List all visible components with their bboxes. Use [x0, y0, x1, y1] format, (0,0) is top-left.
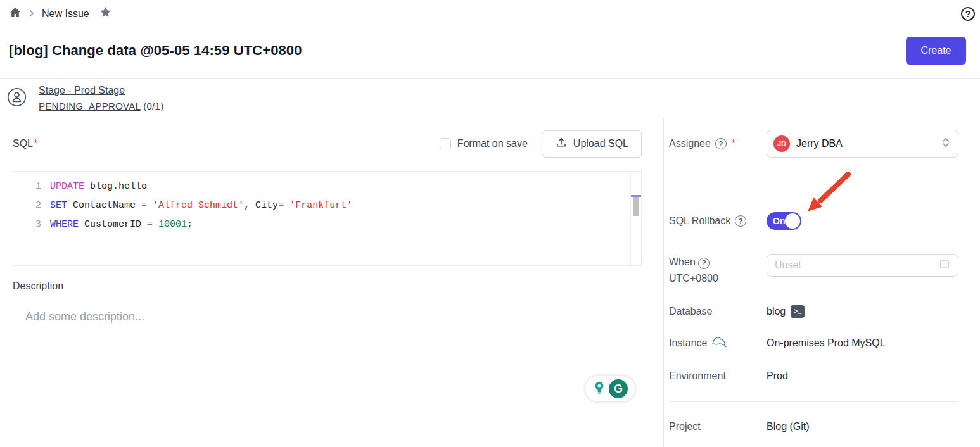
sidebar-divider — [669, 189, 958, 189]
sql-label: SQL — [13, 138, 33, 149]
code-token: , City — [244, 200, 278, 211]
create-button[interactable]: Create — [906, 37, 966, 65]
assignee-required-mark: * — [732, 138, 735, 149]
format-on-save-label: Format on save — [457, 138, 528, 149]
code-token: = — [278, 200, 284, 211]
mysql-dolphin-icon — [711, 336, 728, 351]
breadcrumb: New Issue — [9, 6, 112, 22]
sql-header-row: SQL* Format on save Upload SQL — [13, 130, 642, 158]
code-token: ContactName — [67, 200, 141, 211]
title-bar: [blog] Change data @05-05 14:59 UTC+0800… — [0, 23, 980, 79]
chevron-up-down-icon — [941, 136, 950, 151]
assignee-select[interactable]: JD Jerry DBA — [767, 130, 958, 158]
stage-link[interactable]: Stage - Prod Stage — [39, 85, 125, 96]
main-column: SQL* Format on save Upload SQL — [0, 118, 664, 447]
sidebar-divider — [669, 401, 958, 402]
lightbulb-icon[interactable] — [592, 381, 606, 397]
content: SQL* Format on save Upload SQL — [0, 118, 980, 447]
sidebar: Assignee ? * JD Jerry DBA SQ — [664, 118, 980, 447]
upload-sql-button[interactable]: Upload SQL — [542, 130, 642, 158]
description-input[interactable]: Add some description... — [25, 310, 642, 324]
sql-editor[interactable]: 1UPDATE blog.hello2SET ContactName = 'Al… — [13, 171, 642, 266]
code-token: UPDATE — [50, 181, 84, 192]
instance-label: Instance — [669, 337, 707, 349]
assignee-help-icon[interactable]: ? — [715, 138, 727, 149]
assignee-avatar-icon — [7, 87, 27, 110]
home-icon[interactable] — [9, 6, 22, 22]
code-token: = — [141, 200, 147, 211]
topbar: New Issue ? — [0, 0, 980, 23]
upload-sql-label: Upload SQL — [573, 138, 628, 149]
code-token: SET — [50, 200, 67, 211]
toggle-on-label: On — [773, 216, 785, 226]
new-issue-page: New Issue ? [blog] Change data @05-05 14… — [0, 0, 980, 447]
code-token: ; — [187, 219, 193, 230]
environment-row: Environment Prod — [669, 370, 958, 382]
code-token: CustomerID — [79, 219, 147, 230]
line-number: 1 — [13, 181, 50, 192]
code-token — [147, 200, 153, 211]
database-row: Database blog >_ — [669, 305, 958, 318]
editor-scrollbar-thumb[interactable] — [633, 197, 639, 216]
code-token: 10001 — [158, 219, 187, 230]
project-row: Project Blog (Git) — [669, 421, 958, 432]
stage-strip: Stage - Prod Stage PENDING_APPROVAL (0/1… — [0, 79, 980, 118]
environment-label: Environment — [669, 370, 726, 382]
code-token — [284, 200, 290, 211]
assignee-row: Assignee ? * JD Jerry DBA — [669, 130, 958, 158]
line-number: 3 — [13, 219, 50, 230]
grammarly-widget: G — [585, 376, 635, 401]
sql-terminal-icon[interactable]: >_ — [791, 305, 805, 318]
sql-editor-lines: 1UPDATE blog.hello2SET ContactName = 'Al… — [13, 172, 641, 234]
toggle-knob — [785, 213, 800, 229]
format-on-save-checkbox[interactable] — [440, 138, 451, 149]
database-value: blog — [767, 306, 786, 317]
when-input-field[interactable] — [775, 260, 939, 271]
database-label: Database — [669, 306, 713, 317]
when-help-icon[interactable]: ? — [698, 258, 710, 269]
stage-status-link[interactable]: PENDING_APPROVAL — [39, 101, 141, 111]
code-token: 'Frankfurt' — [290, 200, 352, 211]
project-value: Blog (Git) — [767, 421, 810, 432]
code-line: 1UPDATE blog.hello — [13, 177, 641, 196]
help-icon[interactable]: ? — [961, 7, 975, 21]
code-token — [153, 219, 158, 230]
code-line: 2SET ContactName = 'Alfred Schmidt', Cit… — [13, 196, 641, 215]
environment-value: Prod — [767, 370, 788, 382]
when-row: When ? UTC+0800 — [669, 254, 958, 286]
stage-progress: (0/1) — [143, 101, 163, 111]
project-label: Project — [669, 421, 701, 432]
sql-rollback-help-icon[interactable]: ? — [735, 215, 746, 227]
assignee-label: Assignee — [669, 138, 711, 149]
assignee-value: Jerry DBA — [796, 138, 935, 149]
grammarly-icon[interactable]: G — [609, 379, 628, 398]
code-token: WHERE — [50, 219, 79, 230]
instance-value: On-premises Prod MySQL — [767, 337, 886, 349]
sql-required-mark: * — [34, 138, 37, 149]
code-token: = — [147, 219, 153, 230]
instance-row: Instance On-premises Prod MySQL — [669, 336, 958, 351]
page-title: [blog] Change data @05-05 14:59 UTC+0800 — [9, 42, 302, 59]
code-token: blog.hello — [84, 181, 147, 192]
assignee-avatar: JD — [773, 135, 790, 152]
code-line: 3WHERE CustomerID = 10001; — [13, 215, 641, 234]
sql-rollback-label: SQL Rollback — [669, 215, 730, 227]
code-token: 'Alfred Schmidt' — [153, 200, 244, 211]
breadcrumb-current: New Issue — [42, 8, 89, 20]
calendar-icon — [939, 258, 950, 272]
description-label: Description — [13, 280, 642, 292]
when-date-input[interactable] — [767, 254, 958, 277]
star-icon[interactable] — [99, 6, 112, 22]
upload-icon — [555, 136, 568, 151]
line-number: 2 — [13, 200, 50, 211]
editor-scrollbar — [630, 172, 641, 265]
sql-rollback-toggle[interactable]: On — [767, 212, 801, 230]
when-timezone: UTC+0800 — [669, 270, 767, 287]
sql-rollback-row: SQL Rollback ? On — [669, 212, 958, 230]
when-label: When — [669, 256, 696, 267]
chevron-right-icon — [29, 8, 35, 20]
